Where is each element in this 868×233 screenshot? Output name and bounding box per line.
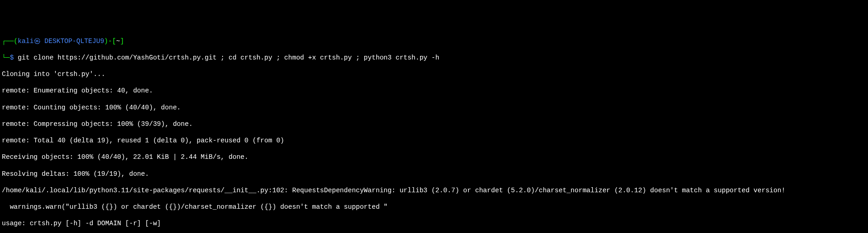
output-line: /home/kali/.local/lib/python3.11/site-pa… xyxy=(2,186,866,195)
prompt-line-1: ┌──(kali㉿ DESKTOP-QLTEJU9)-[~] xyxy=(2,37,866,45)
prompt-mid: )-[ xyxy=(104,38,116,45)
output-line: remote: Enumerating objects: 40, done. xyxy=(2,87,866,95)
output-line: Cloning into 'crtsh.py'... xyxy=(2,70,866,78)
output-line: Resolving deltas: 100% (19/19), done. xyxy=(2,170,866,178)
prompt-line-2[interactable]: └─$ git clone https://github.com/YashGot… xyxy=(2,54,866,62)
output-line: warnings.warn("urllib3 ({}) or chardet (… xyxy=(2,203,866,211)
output-line: Receiving objects: 100% (40/40), 22.01 K… xyxy=(2,153,866,161)
output-line: remote: Counting objects: 100% (40/40), … xyxy=(2,103,866,112)
output-line: usage: crtsh.py [-h] -d DOMAIN [-r] [-w] xyxy=(2,219,866,228)
output-line: remote: Total 40 (delta 19), reused 1 (d… xyxy=(2,136,866,145)
prompt-right-bracket: ] xyxy=(120,38,124,45)
output-line: remote: Compressing objects: 100% (39/39… xyxy=(2,120,866,128)
prompt-corner-top: ┌──( xyxy=(2,38,18,45)
command-text: git clone https://github.com/YashGoti/cr… xyxy=(18,54,439,61)
prompt-user-host: kali㉿ DESKTOP-QLTEJU9 xyxy=(18,38,104,45)
prompt-corner-bottom: └─ xyxy=(2,54,10,61)
prompt-cwd: ~ xyxy=(116,38,120,45)
prompt-dollar: $ xyxy=(10,54,17,61)
